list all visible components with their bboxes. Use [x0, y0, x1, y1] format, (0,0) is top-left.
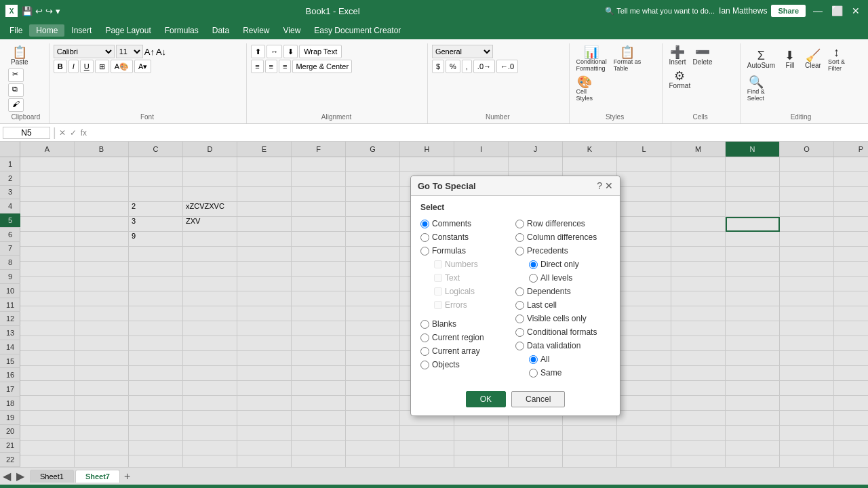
option-row-diff[interactable]: Row differences	[515, 218, 610, 230]
option-visible-cells[interactable]: Visible cells only	[515, 312, 610, 325]
radio-current-region[interactable]	[420, 333, 429, 342]
menu-review[interactable]: Review	[236, 24, 276, 37]
cut-button[interactable]: ✂	[8, 68, 24, 82]
option-last-cell[interactable]: Last cell	[515, 299, 610, 311]
confirm-formula-icon[interactable]: ✓	[70, 128, 77, 138]
menu-file[interactable]: File	[3, 24, 29, 37]
format-button[interactable]: ⚙ Format	[667, 68, 694, 91]
dialog-help-button[interactable]: ?	[597, 180, 602, 191]
sheet-tab-sheet7[interactable]: Sheet7	[75, 470, 120, 483]
option-conditional-formats[interactable]: Conditional formats	[515, 326, 610, 338]
radio-formulas[interactable]	[420, 247, 429, 256]
ok-button[interactable]: OK	[466, 391, 506, 407]
check-text[interactable]	[434, 274, 442, 282]
decrease-decimal-btn[interactable]: ←.0	[496, 60, 518, 73]
option-all-levels[interactable]: All levels	[529, 272, 610, 284]
font-color-button[interactable]: A▾	[134, 60, 151, 73]
save-quick-btn[interactable]: 💾	[22, 6, 33, 16]
radio-same[interactable]	[529, 369, 538, 378]
option-direct-only[interactable]: Direct only	[529, 258, 610, 270]
option-objects[interactable]: Objects	[420, 359, 515, 371]
number-format-select[interactable]: General	[432, 45, 493, 58]
option-col-diff[interactable]: Column differences	[515, 231, 610, 243]
align-bottom-btn[interactable]: ⬇	[283, 45, 298, 58]
align-left-btn[interactable]: ≡	[251, 60, 263, 73]
menu-easy-doc[interactable]: Easy Document Creator	[307, 24, 408, 37]
share-button[interactable]: Share	[771, 5, 806, 17]
option-data-validation[interactable]: Data validation	[515, 340, 610, 352]
name-box[interactable]	[3, 127, 50, 139]
formula-input[interactable]	[90, 127, 865, 138]
align-middle-btn[interactable]: ↔	[267, 45, 282, 58]
option-all[interactable]: All	[529, 353, 610, 365]
add-sheet-button[interactable]: +	[124, 470, 130, 483]
sheet-nav-left[interactable]: ◀	[3, 470, 11, 483]
radio-all[interactable]	[529, 355, 538, 364]
check-logicals[interactable]	[434, 287, 442, 296]
menu-insert[interactable]: Insert	[64, 24, 98, 37]
currency-btn[interactable]: $	[432, 60, 444, 73]
menu-data[interactable]: Data	[205, 24, 236, 37]
border-button[interactable]: ⊞	[95, 60, 109, 73]
radio-last-cell[interactable]	[515, 301, 524, 310]
radio-conditional-formats[interactable]	[515, 328, 524, 337]
sheet-nav-right[interactable]: ▶	[16, 470, 24, 483]
font-size-select[interactable]: 11	[116, 45, 143, 58]
radio-all-levels[interactable]	[529, 274, 538, 283]
dialog-close-button[interactable]: ✕	[605, 180, 613, 191]
radio-dependents[interactable]	[515, 287, 524, 296]
tell-me-box[interactable]: 🔍 Tell me what you want to do...	[605, 7, 715, 16]
option-formulas[interactable]: Formulas	[420, 245, 515, 257]
align-top-btn[interactable]: ⬆	[251, 45, 265, 58]
redo-quick-btn[interactable]: ↪	[45, 6, 53, 16]
customize-quick-btn[interactable]: ▾	[56, 6, 60, 16]
insert-button[interactable]: ➕ Insert	[667, 45, 689, 67]
radio-row-diff[interactable]	[515, 220, 524, 228]
fill-color-button[interactable]: A🎨	[111, 60, 133, 73]
radio-data-validation[interactable]	[515, 342, 524, 350]
option-errors[interactable]: Errors	[434, 299, 515, 311]
percent-btn[interactable]: %	[446, 60, 460, 73]
radio-current-array[interactable]	[420, 347, 429, 356]
find-select-button[interactable]: 🔍 Find &Select	[745, 75, 768, 103]
clear-button[interactable]: 🧹 Clear	[802, 48, 824, 70]
insert-function-icon[interactable]: fx	[81, 128, 87, 138]
cell-styles-button[interactable]: 🎨 CellStyles	[574, 75, 596, 103]
restore-button[interactable]: ⬜	[830, 4, 844, 18]
menu-view[interactable]: View	[277, 24, 308, 37]
format-painter-button[interactable]: 🖌	[8, 98, 24, 112]
minimize-button[interactable]: —	[811, 4, 825, 18]
increase-font-btn[interactable]: A↑	[144, 47, 155, 57]
underline-button[interactable]: U	[80, 60, 94, 73]
option-blanks[interactable]: Blanks	[420, 318, 515, 330]
check-numbers[interactable]	[434, 260, 442, 268]
radio-visible-cells[interactable]	[515, 314, 524, 323]
bold-button[interactable]: B	[54, 60, 67, 73]
radio-col-diff[interactable]	[515, 233, 524, 242]
undo-quick-btn[interactable]: ↩	[35, 6, 43, 16]
align-center-btn[interactable]: ≡	[265, 60, 277, 73]
radio-precedents[interactable]	[515, 247, 524, 256]
option-constants[interactable]: Constants	[420, 231, 515, 243]
option-current-array[interactable]: Current array	[420, 345, 515, 357]
sheet-tab-sheet1[interactable]: Sheet1	[30, 470, 74, 483]
check-errors[interactable]	[434, 301, 442, 309]
italic-button[interactable]: I	[68, 60, 79, 73]
radio-objects[interactable]	[420, 361, 429, 369]
option-text[interactable]: Text	[434, 272, 515, 284]
conditional-formatting-button[interactable]: 📊 ConditionalFormatting	[574, 45, 610, 73]
copy-button[interactable]: ⧉	[8, 83, 24, 97]
merge-center-button[interactable]: Merge & Center	[292, 60, 352, 73]
cancel-formula-icon[interactable]: ✕	[59, 128, 66, 138]
menu-page-layout[interactable]: Page Layout	[98, 24, 157, 37]
autosum-button[interactable]: Σ AutoSum	[745, 48, 778, 70]
option-logicals[interactable]: Logicals	[434, 285, 515, 298]
cancel-button[interactable]: Cancel	[511, 391, 565, 407]
fill-button[interactable]: ⬇ Fill	[779, 48, 801, 70]
option-same[interactable]: Same	[529, 367, 610, 379]
align-right-btn[interactable]: ≡	[279, 60, 291, 73]
menu-formulas[interactable]: Formulas	[158, 24, 205, 37]
option-numbers[interactable]: Numbers	[434, 258, 515, 270]
option-dependents[interactable]: Dependents	[515, 285, 610, 298]
option-comments[interactable]: Comments	[420, 218, 515, 230]
